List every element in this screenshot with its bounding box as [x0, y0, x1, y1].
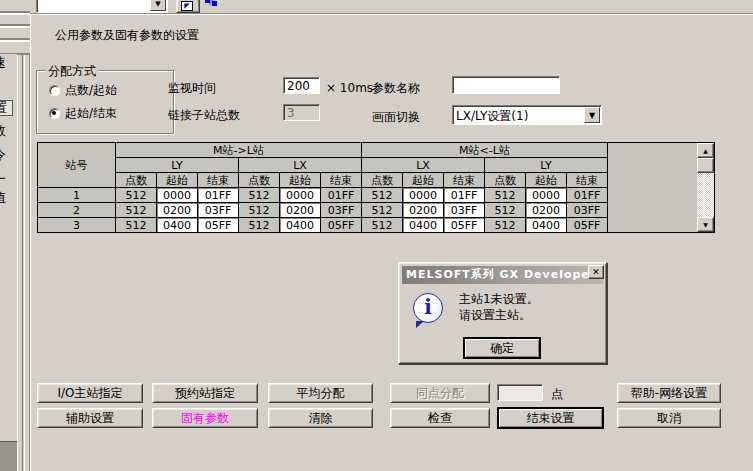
points-unit-label: 点 [551, 386, 563, 403]
editable-value-cell[interactable]: 05FF [198, 218, 239, 233]
radio-start-end[interactable]: 起始/结束 [49, 106, 117, 120]
editable-value-cell[interactable]: 0400 [157, 218, 198, 233]
editable-value-cell[interactable]: 0400 [526, 218, 567, 233]
value-cell: 512 [239, 218, 280, 233]
editable-value-cell[interactable]: 0200 [403, 203, 444, 218]
col-header-end: 结束 [567, 173, 608, 188]
value-cell: 512 [362, 218, 403, 233]
editable-value-cell[interactable]: 0000 [403, 188, 444, 203]
editable-value-cell[interactable]: 01FF [198, 188, 239, 203]
points-input [497, 384, 543, 401]
fixed-params-button[interactable]: 固有参数 [152, 408, 258, 428]
value-cell: 03FF [321, 203, 362, 218]
chevron-down-icon[interactable]: ▼ [150, 0, 166, 11]
radio-selected-icon[interactable] [49, 108, 60, 119]
background-window-fragment [0, 441, 17, 471]
editable-value-cell[interactable]: 01FF [444, 188, 485, 203]
background-tree-panel: 速置数令一值 [0, 54, 17, 441]
station-cell: 2 [38, 203, 116, 218]
value-cell: 512 [116, 218, 157, 233]
background-window-edge [0, 0, 33, 13]
value-cell: 512 [362, 203, 403, 218]
editable-value-cell[interactable]: 0400 [403, 218, 444, 233]
io-master-button[interactable]: I/O主站指定 [37, 383, 143, 403]
slave-total-label: 链接子站总数 [168, 107, 240, 124]
finish-settings-button[interactable]: 结束设置 [497, 407, 604, 429]
editable-value-cell[interactable]: 0000 [157, 188, 198, 203]
editable-value-cell[interactable]: 0200 [157, 203, 198, 218]
cancel-button[interactable]: 取消 [617, 408, 721, 428]
slave-total-input: 3 [283, 104, 320, 121]
col-header-points: 点数 [485, 173, 526, 188]
editable-value-cell[interactable]: 0400 [280, 218, 321, 233]
value-cell: 512 [239, 203, 280, 218]
value-cell: 512 [116, 203, 157, 218]
message-line: 请设置主站。 [459, 307, 539, 323]
monitor-time-input[interactable]: 200 [283, 77, 320, 94]
background-tree-item: 速 [0, 56, 13, 70]
col-header-start: 起始 [280, 173, 321, 188]
aux-settings-button[interactable]: 辅助设置 [37, 408, 143, 428]
col-header-points: 点数 [239, 173, 280, 188]
editable-value-cell[interactable]: 0200 [280, 203, 321, 218]
toolbar-button-network[interactable] [202, 0, 220, 13]
toolbar-combo[interactable]: ▼ [36, 0, 168, 13]
screen: 速置数令一值 ▼ ◤ 公用参数及固有参数的设置 分配方式 点数/起始 起始/结束… [0, 0, 753, 471]
background-tree-item: 一 [0, 172, 13, 186]
value-cell: 03FF [567, 203, 608, 218]
sub-header-ly: LY [116, 158, 239, 173]
value-cell: 01FF [321, 188, 362, 203]
col-header-start: 起始 [526, 173, 567, 188]
background-tree-item: 数 [0, 124, 13, 138]
reserved-station-button[interactable]: 预约站指定 [152, 383, 258, 403]
editable-value-cell[interactable]: 03FF [198, 203, 239, 218]
station-column-header: 站号 [38, 143, 116, 188]
editable-value-cell[interactable]: 0000 [280, 188, 321, 203]
scroll-down-icon[interactable]: ▼ [697, 217, 714, 232]
check-button[interactable]: 检查 [390, 408, 490, 428]
sub-header-lx: LX [239, 158, 362, 173]
col-header-points: 点数 [362, 173, 403, 188]
value-cell: 05FF [321, 218, 362, 233]
monitor-time-label: 监视时间 [168, 80, 216, 97]
window-select-icon: ◤ [181, 1, 193, 11]
sub-header-lx: LX [362, 158, 485, 173]
editable-value-cell[interactable]: 0000 [526, 188, 567, 203]
allocation-legend: 分配方式 [45, 63, 99, 80]
background-window-edge [0, 13, 33, 26]
station-parameter-table: 站号 M站->L站 M站<-L站 ▲ ▼ LY LX LX LY 点数 [37, 142, 715, 233]
radio-icon[interactable] [49, 85, 60, 96]
editable-value-cell[interactable]: 03FF [444, 203, 485, 218]
chevron-down-icon[interactable]: ▼ [584, 107, 600, 123]
same-point-button: 同点分配 [390, 383, 490, 403]
toolbar: ▼ ◤ [30, 0, 753, 14]
help-network-button[interactable]: 帮助-网络设置 [617, 383, 721, 403]
value-cell: 512 [485, 218, 526, 233]
close-icon[interactable]: ✕ [588, 265, 604, 279]
radio-points-start[interactable]: 点数/起始 [49, 83, 117, 97]
ok-button[interactable]: 确定 [463, 337, 541, 359]
clear-button[interactable]: 清除 [268, 408, 373, 428]
scroll-up-icon[interactable]: ▲ [697, 143, 714, 158]
screen-switch-combo[interactable]: LX/LY设置(1) ▼ [452, 105, 602, 125]
background-window-edge [0, 26, 33, 40]
background-tree-item: 置 [0, 100, 13, 116]
background-tree-item: 值 [0, 191, 13, 205]
message-box-title: MELSOFT系列 GX Developer [402, 266, 603, 284]
table-filler: ▲ ▼ [608, 143, 715, 233]
param-name-input[interactable] [452, 76, 560, 94]
table-scrollbar[interactable]: ▲ ▼ [697, 143, 714, 232]
scrollbar-thumb[interactable] [697, 158, 714, 173]
editable-value-cell[interactable]: 0200 [526, 203, 567, 218]
value-cell: 05FF [567, 218, 608, 233]
col-header-points: 点数 [116, 173, 157, 188]
toolbar-button-window-select[interactable]: ◤ [176, 0, 200, 13]
message-line: 主站1未设置。 [459, 291, 539, 307]
average-allocation-button[interactable]: 平均分配 [268, 383, 373, 403]
station-cell: 1 [38, 188, 116, 203]
col-header-end: 结束 [444, 173, 485, 188]
window-border-outer [17, 0, 23, 471]
melsoft-message-box: MELSOFT系列 GX Developer ✕ 主站1未设置。 请设置主站。 … [398, 262, 607, 364]
editable-value-cell[interactable]: 05FF [444, 218, 485, 233]
sub-header-ly: LY [485, 158, 608, 173]
